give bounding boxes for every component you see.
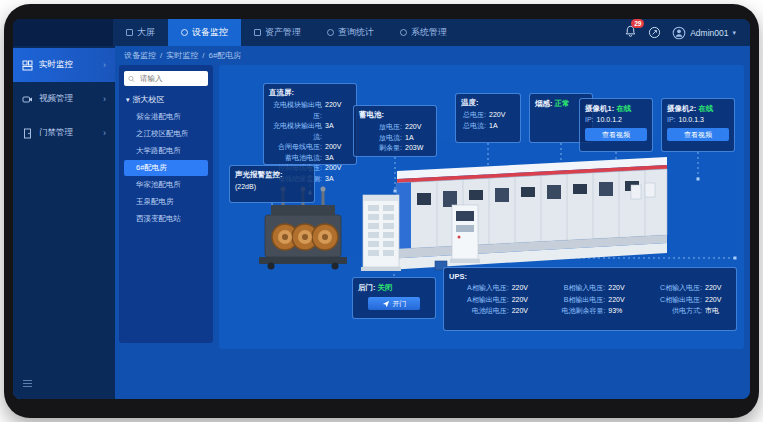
- sidebar-item-access-control[interactable]: 门禁管理 ›: [13, 116, 115, 150]
- tab-label: 大屏: [137, 26, 155, 39]
- ups-grid: A相输入电压:220V B相输入电压:220V C相输入电压:220V A相输出…: [449, 283, 731, 317]
- data-row: 总电压:220V: [461, 110, 515, 121]
- avatar-icon: [672, 26, 686, 40]
- fullscreen-button[interactable]: [648, 26, 661, 39]
- room-3d-canvas: 直流屏: 充电模块输出电压:220V 充电模块输出电流:3A 合闸母线电压:20…: [219, 65, 744, 349]
- data-row: A相输入电压:220V: [449, 283, 538, 294]
- username: Admin001: [690, 28, 728, 38]
- view-video-button[interactable]: 查看视频: [585, 128, 647, 141]
- tab-device-monitoring[interactable]: 设备监控: [168, 19, 241, 46]
- data-row: B相输出电压:220V: [546, 295, 635, 306]
- status-badge: 在线: [698, 104, 713, 113]
- ip-line: IP:10.0.1.2: [585, 114, 647, 125]
- chevron-right-icon: ›: [103, 128, 106, 138]
- tree-item[interactable]: 之江校区配电所: [124, 126, 208, 142]
- content-area: 设备监控 / 实时监控 / 6#配电房: [115, 46, 750, 399]
- sidebar-item-label: 门禁管理: [39, 127, 73, 139]
- ups-panel: UPS: A相输入电压:220V B相输入电压:220V C相输入电压:220V…: [443, 267, 737, 331]
- sidebar: 实时监控 › 视频管理 › 门禁管理: [13, 46, 115, 399]
- tree-item[interactable]: 大学路配电所: [124, 143, 208, 159]
- tab-dashboard[interactable]: 大屏: [113, 19, 168, 46]
- topbar-actions: 29 Admin001 ▾: [624, 19, 750, 46]
- tab-asset-management[interactable]: 资产管理: [241, 19, 314, 46]
- tree-item[interactable]: 紫金港配电所: [124, 109, 208, 125]
- top-nav: 大屏 设备监控 资产管理 查询统计 系统管理: [13, 19, 750, 46]
- tab-label: 查询统计: [338, 26, 374, 39]
- open-door-button[interactable]: 开门: [368, 297, 420, 310]
- tab-system-management[interactable]: 系统管理: [387, 19, 460, 46]
- status-line: 摄像机1: 在线: [585, 103, 647, 114]
- chevron-right-icon: ›: [103, 60, 106, 70]
- sidebar-collapse-button[interactable]: [22, 375, 33, 393]
- tab-label: 资产管理: [265, 26, 301, 39]
- data-row: C相输入电压:220V: [642, 283, 731, 294]
- temperature-panel: 温度: 总电压:220V 总电流:1A: [455, 93, 521, 143]
- data-row: C相输出电压:220V: [642, 295, 731, 306]
- camera1-panel: 摄像机1: 在线 IP:10.0.1.2 查看视频: [579, 98, 653, 152]
- open-door-icon: [382, 300, 390, 308]
- data-row: 电池组电压:220V: [449, 306, 538, 317]
- data-row: 充电模块输出电压:220V: [269, 100, 351, 121]
- tree-item[interactable]: 西溪变配电站: [124, 211, 208, 227]
- logo-area: [13, 19, 113, 46]
- laptop-mockup: 大屏 设备监控 资产管理 查询统计 系统管理: [0, 0, 763, 422]
- breadcrumb-item[interactable]: 6#配电房: [208, 50, 241, 61]
- breadcrumb-separator: /: [202, 51, 204, 60]
- sound-level-value: (22dB): [235, 183, 309, 190]
- status-line: 摄像机2: 在线: [667, 103, 729, 114]
- sidebar-item-label: 视频管理: [39, 93, 73, 105]
- data-row: 放电压:220V: [359, 122, 431, 133]
- status-badge: 正常: [555, 99, 570, 108]
- view-video-button[interactable]: 查看视频: [667, 128, 729, 141]
- breadcrumb: 设备监控 / 实时监控 / 6#配电房: [115, 46, 750, 65]
- device-monitor-icon: [181, 29, 188, 36]
- chevron-right-icon: ›: [103, 94, 106, 104]
- tree-root-label: 浙大校区: [133, 94, 165, 105]
- sidebar-item-realtime-monitoring[interactable]: 实时监控 ›: [13, 48, 115, 82]
- data-row: B相输入电压:220V: [546, 283, 635, 294]
- station-tree-panel: ▾ 浙大校区 紫金港配电所 之江校区配电所 大学路配电所 6#配电房 华家池配电…: [119, 65, 213, 343]
- notification-badge: 29: [631, 19, 644, 28]
- content-body: ▾ 浙大校区 紫金港配电所 之江校区配电所 大学路配电所 6#配电房 华家池配电…: [115, 65, 750, 399]
- breadcrumb-separator: /: [160, 51, 162, 60]
- statistics-icon: [327, 29, 334, 36]
- tree-root-node[interactable]: ▾ 浙大校区: [126, 94, 208, 105]
- user-menu[interactable]: Admin001 ▾: [672, 26, 736, 40]
- fullscreen-icon: [648, 26, 661, 39]
- asset-icon: [254, 29, 261, 36]
- data-row: 放电流:1A: [359, 133, 431, 144]
- tree-item[interactable]: 玉泉配电房: [124, 194, 208, 210]
- gear-icon: [400, 29, 407, 36]
- dc-screen-panel: 直流屏: 充电模块输出电压:220V 充电模块输出电流:3A 合闸母线电压:20…: [263, 83, 357, 165]
- tree-search-box[interactable]: [124, 71, 208, 86]
- tab-label: 系统管理: [411, 26, 447, 39]
- camera2-panel: 摄像机2: 在线 IP:10.0.1.3 查看视频: [661, 98, 735, 152]
- tab-query-statistics[interactable]: 查询统计: [314, 19, 387, 46]
- chevron-down-icon: ▾: [732, 29, 736, 37]
- tree-item[interactable]: 华家池配电所: [124, 177, 208, 193]
- app-window: 大屏 设备监控 资产管理 查询统计 系统管理: [13, 19, 750, 399]
- notifications-button[interactable]: 29: [624, 24, 637, 42]
- tab-label: 设备监控: [192, 26, 228, 39]
- device-bezel: 大屏 设备监控 资产管理 查询统计 系统管理: [4, 4, 759, 418]
- back-door-panel: 后门: 关闭 开门: [352, 277, 436, 319]
- status-line: 后门: 关闭: [358, 282, 430, 293]
- monitor-grid-icon: [22, 60, 33, 71]
- panel-title: 温度:: [461, 98, 515, 108]
- panel-title: UPS:: [449, 272, 731, 281]
- sound-alarm-panel: 声光报警监控: (22dB): [229, 165, 315, 203]
- main-area: 实时监控 › 视频管理 › 门禁管理: [13, 46, 750, 399]
- data-row: A相输出电压:220V: [449, 295, 538, 306]
- collapse-menu-icon: [22, 378, 33, 389]
- data-row: 合闸母线电压:200V: [269, 142, 351, 153]
- battery-panel: 蓄电池: 放电压:220V 放电流:1A 剩余量:203W: [353, 105, 437, 157]
- data-row: 总电流:1A: [461, 121, 515, 132]
- tree-item-active[interactable]: 6#配电房: [124, 160, 208, 176]
- dashboard-icon: [126, 29, 133, 36]
- breadcrumb-item[interactable]: 设备监控: [124, 50, 156, 61]
- search-input[interactable]: [138, 73, 204, 84]
- breadcrumb-item[interactable]: 实时监控: [166, 50, 198, 61]
- sidebar-item-video-management[interactable]: 视频管理 ›: [13, 82, 115, 116]
- control-cabinet: [450, 205, 480, 263]
- data-row: 蓄电池电流:3A: [269, 153, 351, 164]
